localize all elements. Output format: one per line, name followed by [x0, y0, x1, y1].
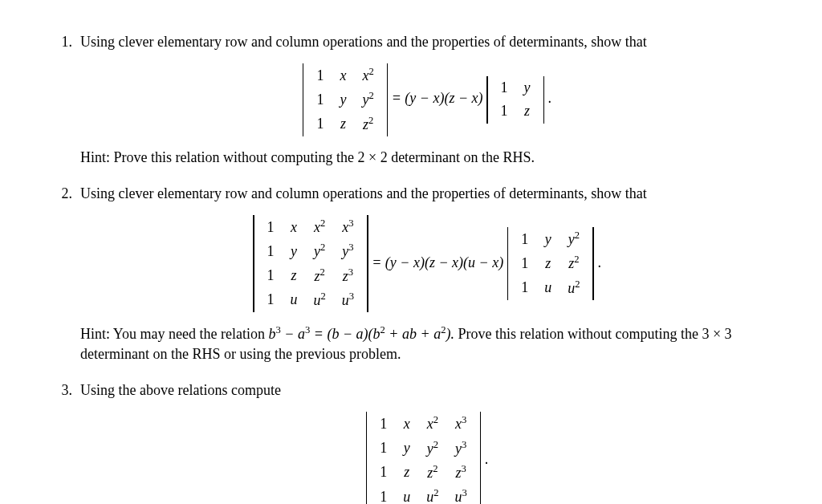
hint-2: Hint: You may need the relation b3 − a3 … — [80, 323, 774, 364]
problem-number: 3. — [48, 380, 80, 504]
equation-period: . — [597, 254, 601, 270]
equation-mid: = (y − x)(z − x)(u − x) — [372, 254, 507, 270]
equation-mid: = (y − x)(z − x) — [392, 91, 486, 107]
equation-3: 1xx2x3 1yy2y3 1zz2z3 1uu2u3 . — [80, 412, 774, 504]
problem-intro: Using clever elementary row and column o… — [80, 184, 774, 204]
problem-intro: Using the above relations compute — [80, 380, 774, 400]
problem-body: Using clever elementary row and column o… — [80, 184, 774, 364]
hint-1: Hint: Prove this relation without comput… — [80, 148, 774, 168]
hint-label: Hint: — [80, 149, 110, 165]
hint-text-a: You may need the relation — [113, 326, 269, 342]
hint-label: Hint: — [80, 326, 110, 342]
equation-2: 1xx2x3 1yy2y3 1zz2z3 1uu2u3 = (y − x)(z … — [80, 215, 774, 312]
problem-intro: Using clever elementary row and column o… — [80, 32, 774, 52]
determinant-3x3: 1xx2 1yy2 1zz2 — [303, 63, 388, 136]
determinant-4x4-final: 1xx2x3 1yy2y3 1zz2z3 1uu2u3 — [366, 412, 482, 504]
equation-1: 1xx2 1yy2 1zz2 = (y − x)(z − x) 1y 1z . — [80, 63, 774, 136]
problem-number: 2. — [48, 184, 80, 364]
equation-period: . — [548, 91, 552, 107]
determinant-2x2: 1y 1z — [486, 76, 544, 123]
problem-3: 3. Using the above relations compute 1xx… — [48, 380, 774, 504]
determinant-3x3b: 1yy2 1zz2 1uu2 — [507, 227, 594, 300]
equation-period: . — [485, 451, 489, 467]
problem-body: Using clever elementary row and column o… — [80, 32, 774, 168]
problem-number: 1. — [48, 32, 80, 168]
problem-2: 2. Using clever elementary row and colum… — [48, 184, 774, 364]
determinant-4x4: 1xx2x3 1yy2y3 1zz2z3 1uu2u3 — [253, 215, 368, 312]
problem-body: Using the above relations compute 1xx2x3… — [80, 380, 774, 504]
hint-text: Prove this relation without computing th… — [114, 149, 535, 165]
problem-1: 1. Using clever elementary row and colum… — [48, 32, 774, 168]
hint-math: b3 − a3 = (b − a)(b2 + ab + a2). — [269, 326, 454, 342]
